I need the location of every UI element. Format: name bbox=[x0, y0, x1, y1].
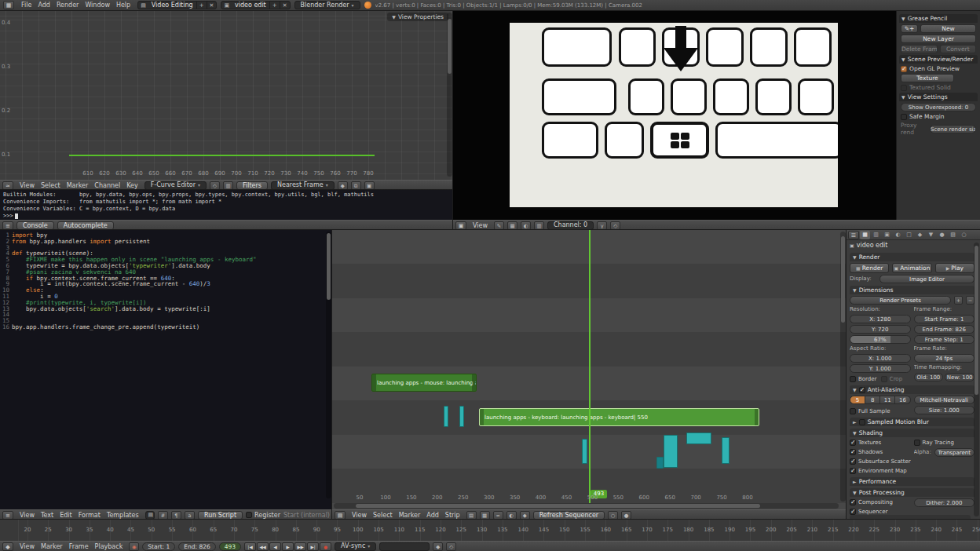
next-keyframe-button[interactable]: ▶▶ bbox=[294, 542, 306, 551]
editor-type-button[interactable]: ▦ bbox=[3, 1, 14, 9]
menu-format[interactable]: Format bbox=[75, 512, 104, 519]
vse-clip[interactable] bbox=[444, 406, 448, 427]
display-dropdown[interactable]: Image Editor bbox=[879, 275, 975, 283]
environment-map-checkbox[interactable]: Environment Map bbox=[850, 467, 911, 475]
end-frame-field[interactable]: End: 826 bbox=[178, 542, 215, 551]
menu-templates[interactable]: Templates bbox=[104, 512, 142, 519]
motion-blur-checkbox[interactable] bbox=[859, 419, 865, 425]
console-editor-type-icon[interactable]: ≡ bbox=[2, 221, 13, 230]
compositing-checkbox[interactable]: Compositing bbox=[850, 498, 911, 506]
image-display-icon[interactable]: ▦ bbox=[507, 221, 517, 230]
menu-frame[interactable]: Frame bbox=[66, 543, 92, 550]
previous-keyframe-button[interactable]: ◀◀ bbox=[257, 542, 269, 551]
delete-layout-button[interactable]: ✕ bbox=[207, 2, 217, 9]
line-numbers-toggle-icon[interactable]: # bbox=[158, 511, 168, 520]
word-wrap-toggle-icon[interactable]: ¶ bbox=[171, 511, 181, 520]
vse-clip[interactable] bbox=[722, 437, 730, 464]
aa-samples-11[interactable]: 11 bbox=[880, 396, 895, 404]
aa-samples-8[interactable]: 8 bbox=[865, 396, 880, 404]
ray-tracing-checkbox[interactable]: Ray Tracing bbox=[914, 439, 975, 447]
screen-layout-selector[interactable]: ▤ Video Editing + ✕ bbox=[137, 1, 217, 9]
panel-antialiasing-header[interactable]: ▼ Anti-Aliasing bbox=[850, 385, 975, 394]
copy-icon[interactable]: ⧉ bbox=[351, 181, 361, 190]
menu-select[interactable]: Select bbox=[38, 182, 64, 189]
panel-dimensions-header[interactable]: ▼ Dimensions bbox=[850, 286, 975, 294]
tab-render[interactable]: ▦ bbox=[860, 231, 870, 239]
vse-canvas[interactable]: launching apps - mouse: launching apps -… bbox=[332, 230, 847, 509]
panel-performance-header[interactable]: ► Performance bbox=[850, 477, 975, 486]
tab-constraints[interactable]: ◆ bbox=[915, 231, 925, 239]
tab-world[interactable]: ◐ bbox=[893, 231, 903, 239]
gamma-icon[interactable]: γ bbox=[597, 221, 607, 230]
console-output[interactable]: Builtin Modules: bpy, bpy.data, bpy.ops,… bbox=[0, 190, 453, 220]
menu-render[interactable]: Render bbox=[53, 2, 82, 9]
menu-add[interactable]: Add bbox=[35, 2, 53, 9]
resolution-percentage-slider[interactable]: 67% bbox=[850, 335, 911, 344]
remap-new-field[interactable]: New: 100 bbox=[945, 373, 975, 381]
tab-scene[interactable]: ▣ bbox=[882, 231, 892, 239]
text-datablock[interactable]: ▤ untitledTypewriter.p ✕ bbox=[145, 511, 155, 520]
strip-launching-apps-keyboard[interactable]: launching apps - keyboard: launching app… bbox=[479, 408, 759, 426]
filters-button[interactable]: Filters bbox=[236, 181, 268, 190]
color-mode-icon[interactable]: ◐ bbox=[521, 221, 531, 230]
sequencer-view-type-icon[interactable]: ▤ bbox=[466, 511, 477, 520]
graph-editor-type-icon[interactable]: ≈ bbox=[2, 181, 13, 190]
sequence-display-icon[interactable]: ▦ bbox=[480, 511, 490, 520]
animation-button[interactable]: ▣Animation bbox=[892, 263, 931, 273]
menu-channel[interactable]: Channel bbox=[91, 182, 123, 189]
menu-add[interactable]: Add bbox=[423, 512, 442, 519]
vse-clip[interactable] bbox=[582, 439, 587, 464]
vse-clip[interactable] bbox=[686, 432, 711, 444]
insert-keyframe-icon[interactable]: ◆ bbox=[433, 542, 443, 551]
console-prompt[interactable]: >>> bbox=[3, 213, 450, 220]
menu-playback[interactable]: Playback bbox=[92, 543, 126, 550]
strip-left-handle[interactable] bbox=[480, 409, 484, 425]
resolution-x-field[interactable]: X: 1280 bbox=[850, 315, 911, 323]
text-editor-type-icon[interactable]: ≡ bbox=[2, 511, 13, 520]
tab-material[interactable]: ● bbox=[937, 231, 947, 239]
preview-canvas[interactable] bbox=[453, 11, 896, 220]
fcurve-line[interactable] bbox=[69, 155, 375, 156]
timeline-editor-type-icon[interactable]: ◆ bbox=[2, 542, 13, 551]
strip-right-handle[interactable] bbox=[755, 409, 759, 425]
menu-view[interactable]: View bbox=[16, 512, 38, 519]
tab-texture[interactable]: ▨ bbox=[948, 231, 958, 239]
add-scene-button[interactable]: + bbox=[269, 2, 280, 9]
menu-view[interactable]: View bbox=[16, 543, 38, 550]
play-reverse-button[interactable]: ◀ bbox=[269, 542, 281, 551]
antialiasing-checkbox[interactable] bbox=[859, 387, 865, 393]
sss-checkbox[interactable]: Subsurface Scattering bbox=[850, 458, 911, 465]
sequencer-editor-type-icon[interactable]: ▤ bbox=[335, 511, 346, 520]
show-overexposed-slider[interactable]: Show Overexposed: 0 bbox=[901, 103, 976, 111]
aa-size-field[interactable]: Size: 1.000 bbox=[914, 406, 975, 414]
start-frame-field[interactable]: Start: 1 bbox=[142, 542, 175, 551]
new-layer-button[interactable]: New Layer bbox=[901, 35, 976, 43]
panel-motion-blur-header[interactable]: ► Sampled Motion Blur bbox=[850, 418, 975, 426]
menu-marker[interactable]: Marker bbox=[38, 543, 66, 550]
menu-select[interactable]: Select bbox=[370, 512, 396, 519]
scene-selector[interactable]: ▣ video edit + ✕ bbox=[221, 1, 290, 9]
menu-help[interactable]: Help bbox=[113, 2, 133, 9]
menu-view[interactable]: View bbox=[470, 222, 491, 229]
safe-margin-checkbox[interactable]: Safe Margin bbox=[901, 113, 945, 120]
strip-right-handle[interactable] bbox=[472, 374, 476, 391]
panel-shading-header[interactable]: ▼ Shading bbox=[850, 429, 975, 437]
graph-canvas[interactable]: 0.40.30.20.1 610620630640650660670680690… bbox=[0, 11, 453, 180]
tab-render-layers[interactable]: ▥ bbox=[871, 231, 881, 239]
ghost-curves-icon[interactable]: ◇ bbox=[210, 181, 220, 190]
crop-checkbox[interactable]: Crop bbox=[881, 375, 911, 383]
strip-left-handle[interactable] bbox=[372, 374, 376, 391]
grease-pencil-icon[interactable]: ✎ bbox=[494, 221, 504, 230]
grease-pencil-panel-header[interactable]: ▼ Grease Pencil bbox=[899, 14, 978, 23]
properties-scrollbar[interactable] bbox=[974, 243, 979, 516]
shadows-checkbox[interactable]: Shadows bbox=[850, 448, 911, 456]
aa-samples-5[interactable]: 5 bbox=[850, 396, 865, 404]
panel-render-header[interactable]: ▼ Render bbox=[850, 253, 975, 261]
aa-filter-dropdown[interactable]: Mitchell-Netravali bbox=[914, 396, 975, 404]
alpha-dropdown[interactable]: Transparent bbox=[934, 448, 975, 457]
menu-window[interactable]: Window bbox=[82, 2, 113, 9]
resolution-y-field[interactable]: Y: 720 bbox=[850, 325, 911, 334]
aspect-x-field[interactable]: X: 1.000 bbox=[850, 354, 911, 363]
timeline-canvas[interactable]: 2025303540455055606570758085909510010511… bbox=[0, 520, 980, 541]
keying-set-dropdown[interactable] bbox=[379, 542, 430, 551]
